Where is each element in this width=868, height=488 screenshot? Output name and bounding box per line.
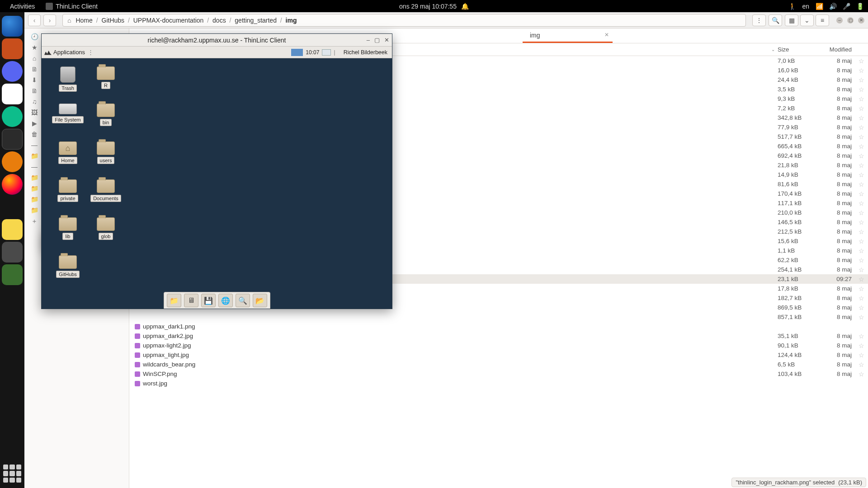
crumb-home[interactable]: Home [74, 16, 94, 25]
image-file-icon [135, 352, 140, 358]
crumb-githubs[interactable]: GitHubs [100, 16, 127, 25]
hamburger-menu-button[interactable]: ≡ [816, 14, 829, 26]
crumb-img[interactable]: img [284, 16, 299, 25]
desktop-icon-trash[interactable]: Trash [50, 66, 86, 92]
minimize-button[interactable]: – [836, 17, 843, 23]
dock-notes[interactable] [2, 219, 23, 240]
notification-icon[interactable]: 🔔 [461, 3, 469, 10]
xfce-dock: 📁🖥💾🌐🔍📂 [164, 292, 270, 309]
dock-blender[interactable] [2, 151, 23, 172]
image-file-icon [135, 362, 140, 367]
panel-clock[interactable]: 10:07 [306, 49, 319, 56]
panel-separator-icon: ⋮ [88, 49, 94, 56]
dock-launcher-2[interactable]: 💾 [201, 294, 216, 307]
panel-datetime[interactable]: ons 29 maj 10:07:55 [399, 3, 457, 10]
table-row[interactable]: worst.jpg [129, 379, 868, 388]
xfce-logo-icon [44, 50, 52, 55]
close-button[interactable]: ✕ [858, 17, 864, 23]
applications-menu[interactable]: Applications [44, 49, 85, 56]
activities-button[interactable]: Activities [5, 3, 40, 10]
table-row[interactable]: uppmax_light.jpg124,4 kB8 maj☆ [129, 350, 868, 360]
workspace-indicator[interactable] [291, 49, 303, 56]
maximize-button[interactable]: ▢ [847, 17, 854, 23]
search-button[interactable]: 🔍 [769, 14, 782, 26]
col-modified[interactable]: Modified [818, 46, 854, 53]
view-grid-button[interactable]: ▦ [785, 14, 798, 26]
nav-forward-button[interactable]: › [43, 14, 56, 26]
crumb-uppmax-documentation[interactable]: UPPMAX-documentation [132, 16, 206, 25]
col-size[interactable]: Size [778, 46, 818, 53]
network-icon[interactable] [322, 49, 331, 56]
image-file-icon [135, 371, 140, 377]
status-bar: "thinlinc_login_rackham.png" selected (2… [731, 478, 866, 487]
thinlinc-window: richel@rackham2.uppmax.uu.se - ThinLinc … [41, 33, 392, 309]
desktop-icon-bin[interactable]: bin [88, 103, 124, 126]
view-options-button[interactable]: ⌄ [800, 14, 814, 26]
image-file-icon [135, 324, 140, 329]
dock-files[interactable] [2, 38, 23, 59]
xfce-panel: Applications ⋮ 10:07 | Richel Bilderbeek [42, 47, 392, 58]
dock-slack[interactable] [2, 84, 23, 104]
dock-thunderbird[interactable] [2, 16, 23, 37]
home-icon: ⌂ [67, 17, 71, 24]
table-row[interactable]: uppmax_dark1.png [129, 322, 868, 331]
thinlinc-icon [46, 3, 53, 10]
desktop-icon-documents[interactable]: Documents [88, 179, 124, 202]
desktop-icon-r[interactable]: R [88, 66, 124, 89]
app-menu[interactable]: ThinLinc Client [40, 3, 103, 10]
dock-launcher-0[interactable]: 📁 [167, 294, 181, 307]
table-row[interactable]: wildcards_bear.png6,5 kB8 maj☆ [129, 360, 868, 369]
volume-icon[interactable]: 🔊 [829, 3, 836, 10]
dock-element[interactable] [2, 106, 23, 127]
table-row[interactable]: 857,1 kB8 maj☆ [129, 312, 868, 322]
dock-launcher-4[interactable]: 🔍 [236, 294, 250, 307]
dock-launcher-5[interactable]: 📂 [253, 294, 267, 307]
nautilus-headerbar: ‹ › ⌂ Home / GitHubs / UPPMAX-documentat… [24, 12, 868, 28]
table-row[interactable]: uppmax-light2.jpg90,1 kB8 maj☆ [129, 341, 868, 350]
tl-minimize-button[interactable]: – [367, 37, 370, 43]
wifi-icon[interactable]: 📶 [816, 3, 823, 10]
dock-discord[interactable] [2, 61, 23, 82]
thinlinc-titlebar[interactable]: richel@rackham2.uppmax.uu.se - ThinLinc … [42, 34, 392, 47]
tl-maximize-button[interactable]: ▢ [374, 37, 380, 43]
show-applications[interactable] [3, 465, 21, 483]
desktop-icon-users[interactable]: users [88, 141, 124, 164]
path-menu-button[interactable]: ⋮ [752, 14, 766, 26]
desktop-icon-glob[interactable]: glob [88, 217, 124, 240]
dock-trash[interactable] [2, 264, 23, 285]
tl-close-button[interactable]: ✕ [384, 37, 389, 43]
remote-desktop[interactable]: 📁🖥💾🌐🔍📂 TrashRFile SystembinHomeuserspriv… [42, 58, 392, 309]
breadcrumb[interactable]: ⌂ Home / GitHubs / UPPMAX-documentation … [62, 14, 746, 27]
input-lang[interactable]: en [802, 3, 809, 10]
ubuntu-dock [0, 12, 24, 488]
nav-back-button[interactable]: ‹ [28, 14, 41, 26]
crumb-getting_started[interactable]: getting_started [233, 16, 278, 25]
mic-icon[interactable]: 🎤 [843, 3, 850, 10]
gnome-top-panel: Activities ThinLinc Client ons 29 maj 10… [0, 0, 868, 12]
desktop-icon-private[interactable]: private [50, 179, 86, 202]
table-row[interactable]: uppmax_dark2.jpg35,1 kB8 maj☆ [129, 331, 868, 341]
tab-img[interactable]: img ✕ [523, 29, 613, 43]
desktop-icon-githubs[interactable]: GitHubs [50, 255, 86, 278]
image-file-icon [135, 343, 140, 348]
crumb-docs[interactable]: docs [211, 16, 228, 25]
dock-launcher-1[interactable]: 🖥 [184, 294, 198, 307]
desktop-icon-lib[interactable]: lib [50, 217, 86, 240]
tab-close-icon[interactable]: ✕ [604, 32, 609, 38]
image-file-icon [135, 333, 140, 339]
app-menu-label: ThinLinc Client [56, 3, 98, 10]
image-file-icon [135, 381, 140, 386]
desktop-icon-file-system[interactable]: File System [50, 103, 86, 123]
table-row[interactable]: WinSCP.png103,4 kB8 maj☆ [129, 369, 868, 379]
desktop-icon-home[interactable]: Home [50, 141, 86, 164]
accessibility-icon[interactable]: 🚶 [788, 3, 796, 10]
dock-firefox[interactable] [2, 174, 23, 195]
dock-launcher-3[interactable]: 🌐 [218, 294, 233, 307]
battery-icon[interactable]: 🔋 [856, 3, 863, 10]
dock-terminal[interactable] [2, 129, 23, 150]
panel-username[interactable]: Richel Bilderbeek [344, 49, 387, 56]
dock-music[interactable] [2, 242, 23, 263]
